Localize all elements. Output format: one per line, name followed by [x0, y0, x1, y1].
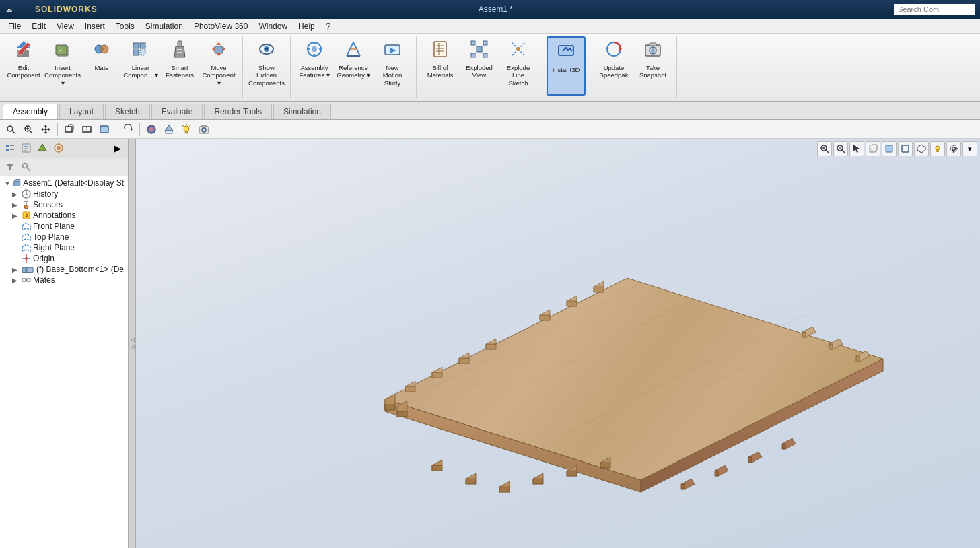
tree-expand-sensors[interactable]: ▶	[12, 201, 20, 209]
view-orientation-button[interactable]	[61, 122, 77, 137]
tree-expand-annotations[interactable]: ▶	[12, 212, 20, 219]
tree-item-top-plane[interactable]: ▶ Top Plane	[1, 232, 127, 242]
menu-photoview[interactable]: PhotoView 360	[188, 20, 254, 32]
select-tool-button[interactable]	[849, 141, 864, 156]
tab-layout[interactable]: Layout	[59, 104, 104, 119]
svg-marker-188	[385, 405, 395, 410]
more-settings-button[interactable]: ▾	[963, 141, 977, 156]
tab-sketch[interactable]: Sketch	[105, 104, 150, 119]
mate-icon	[92, 40, 111, 63]
tree-expand-base-bottom[interactable]: ▶	[12, 266, 20, 273]
assembly-features-button[interactable]: AssemblyFeatures ▾	[295, 36, 334, 96]
tab-render-tools[interactable]: Render Tools	[204, 104, 272, 119]
edit-component-button[interactable]: EditComponent	[4, 36, 43, 96]
section-view-button[interactable]	[79, 122, 95, 137]
tab-assembly[interactable]: Assembly	[3, 104, 58, 119]
tree-item-origin[interactable]: ▶ Origin	[1, 253, 127, 264]
explode-line-sketch-button[interactable]: ExplodeLineSketch	[499, 36, 538, 96]
svg-marker-160	[594, 287, 604, 292]
main-toolbar: EditComponent + InsertComponents ▾ Mate …	[0, 34, 980, 102]
svg-marker-186	[782, 444, 785, 449]
update-speedpak-label: UpdateSpeedpak	[600, 64, 629, 79]
zoom-out-viewport-button[interactable]	[833, 141, 848, 156]
tree-item-mates[interactable]: ▶ Mates	[1, 275, 127, 285]
svg-rect-47	[483, 53, 487, 57]
menu-insert[interactable]: Insert	[79, 20, 110, 32]
svg-marker-22	[223, 46, 225, 52]
svg-marker-111	[22, 223, 30, 230]
history-icon	[22, 189, 31, 199]
tree-item-base-bottom[interactable]: ▶ (f) Base_Bottom<1> (De	[1, 264, 127, 275]
toolbar-divider-3	[139, 123, 140, 136]
secondary-toolbar	[0, 120, 980, 139]
menu-help-icon[interactable]: ?	[320, 20, 337, 33]
shading-button[interactable]	[882, 141, 897, 156]
3d-viewport[interactable]: ▾	[136, 139, 980, 548]
tree-item-front-plane[interactable]: ▶ Front Plane	[1, 221, 127, 232]
menu-file[interactable]: File	[3, 20, 26, 32]
display-style-button[interactable]	[96, 122, 112, 137]
insert-components-label: InsertComponents ▾	[44, 64, 81, 87]
update-speedpak-button[interactable]: UpdateSpeedpak	[594, 36, 633, 96]
display-manager-tab[interactable]	[51, 141, 66, 156]
zoom-to-fit-button[interactable]	[3, 122, 19, 137]
reference-geometry-button[interactable]: ReferenceGeometry ▾	[334, 36, 373, 96]
scene-button[interactable]	[161, 122, 177, 137]
svg-rect-43	[477, 46, 482, 52]
camera-button[interactable]	[196, 122, 212, 137]
view-settings-button[interactable]	[946, 141, 961, 156]
tree-expand-assem1[interactable]: ▼	[4, 180, 11, 187]
insert-components-button[interactable]: + InsertComponents ▾	[43, 36, 82, 96]
new-motion-study-button[interactable]: NewMotionStudy	[373, 36, 412, 96]
linear-component-button[interactable]: LinearCompon... ▾	[121, 36, 160, 96]
menu-tools[interactable]: Tools	[110, 20, 140, 32]
origin-icon	[22, 254, 31, 263]
menu-window[interactable]: Window	[253, 20, 293, 32]
tree-expand-mates[interactable]: ▶	[12, 277, 20, 284]
instant3d-button[interactable]: Instant3D	[547, 36, 586, 96]
hide-lines-button[interactable]	[898, 141, 913, 156]
perspective-button[interactable]	[914, 141, 929, 156]
menu-edit[interactable]: Edit	[26, 20, 51, 32]
take-snapshot-button[interactable]: TakeSnapshot	[633, 36, 672, 96]
move-component-button[interactable]: MoveComponent ▾	[199, 36, 238, 96]
tree-item-sensors[interactable]: ▶ Sensors	[1, 199, 127, 210]
tree-item-history[interactable]: ▶ History	[1, 189, 127, 199]
bill-of-materials-button[interactable]: Bill ofMaterials	[421, 36, 460, 96]
zoom-to-fit-viewport-button[interactable]	[817, 141, 832, 156]
menu-view[interactable]: View	[51, 20, 79, 32]
tree-item-annotations[interactable]: ▶ A Annotations	[1, 210, 127, 221]
pan-button[interactable]	[38, 122, 54, 137]
menu-help[interactable]: Help	[293, 20, 320, 32]
lights-camera-button[interactable]	[930, 141, 945, 156]
exploded-view-button[interactable]: ExplodedView	[460, 36, 499, 96]
show-hidden-components-button[interactable]: ShowHiddenComponents	[247, 36, 286, 96]
property-manager-tab[interactable]	[19, 141, 34, 156]
menu-simulation[interactable]: Simulation	[140, 20, 188, 32]
feature-manager-tab[interactable]	[3, 141, 18, 156]
view-cube-button[interactable]	[866, 141, 880, 156]
smart-fasteners-button[interactable]: SmartFasteners	[160, 36, 199, 96]
search-panel-button[interactable]	[19, 160, 34, 174]
appearances-button[interactable]	[143, 122, 160, 137]
tree-item-assem1[interactable]: ▼ Assem1 (Default<Display St	[1, 178, 127, 189]
lights-button[interactable]	[178, 122, 195, 137]
svg-rect-12	[133, 50, 139, 55]
zoom-in-button[interactable]	[20, 122, 36, 137]
rotate-view-button[interactable]	[120, 122, 136, 137]
expand-panel-button[interactable]: ▶	[110, 141, 125, 156]
edit-component-icon	[14, 40, 33, 63]
configuration-manager-tab[interactable]	[35, 141, 50, 156]
svg-marker-66	[44, 125, 47, 127]
edit-component-label: EditComponent	[7, 64, 40, 79]
tree-expand-history[interactable]: ▶	[12, 191, 20, 198]
search-input[interactable]	[894, 4, 975, 15]
tree-item-right-plane[interactable]: ▶ Right Plane	[1, 242, 127, 253]
tree-label-assem1: Assem1 (Default<Display St	[23, 178, 124, 188]
filter-button[interactable]	[3, 160, 18, 174]
tab-simulation[interactable]: Simulation	[273, 104, 331, 119]
tab-evaluate[interactable]: Evaluate	[151, 104, 203, 119]
svg-rect-38	[434, 42, 446, 57]
mate-button[interactable]: Mate	[82, 36, 121, 96]
panel-collapse-handle[interactable]: ◁ ◁	[129, 139, 136, 548]
